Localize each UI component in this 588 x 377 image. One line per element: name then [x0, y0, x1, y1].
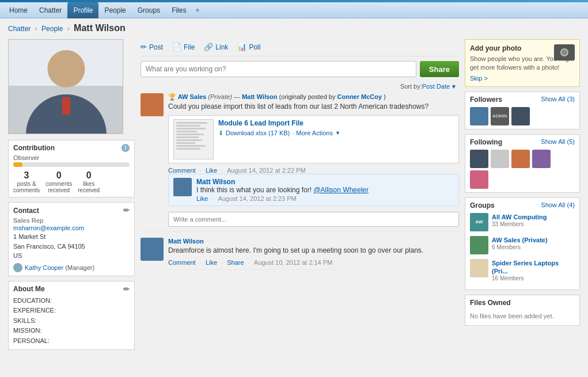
- nav-plus[interactable]: +: [192, 2, 203, 18]
- following-title: Following Show All (5): [470, 138, 575, 146]
- skip-link[interactable]: Skip >: [470, 75, 575, 82]
- nav-groups[interactable]: Groups: [132, 2, 166, 18]
- group-item-1: AW All AW Computing 33 Members: [470, 213, 575, 231]
- comment-link-2[interactable]: Comment: [168, 259, 196, 266]
- feed-author-link-2[interactable]: Matt Wilson: [168, 238, 204, 245]
- stat-likes: 0 likesreceived: [78, 170, 100, 193]
- post-input[interactable]: [141, 61, 416, 77]
- file-actions: ⬇ Download xlsx (17 KB) · More Actions ▼: [218, 130, 454, 137]
- sort-dropdown-arrow[interactable]: ▼: [451, 83, 457, 90]
- nav-chatter[interactable]: Chatter: [33, 2, 67, 18]
- breadcrumb-sep2: ›: [67, 25, 70, 33]
- like-link-1[interactable]: Like: [206, 167, 217, 174]
- nav-home[interactable]: Home: [3, 2, 33, 18]
- more-actions-button[interactable]: More Actions: [296, 130, 333, 136]
- reply-like-link[interactable]: Like: [196, 195, 208, 202]
- feed-item-2: Matt Wilson Dreamforce is almost here. I…: [141, 238, 459, 270]
- following-avatar-2: [491, 150, 509, 168]
- contact-title: Contact ✏: [13, 206, 130, 215]
- followers-title: Followers Show All (3): [470, 96, 575, 104]
- download-link[interactable]: Download xlsx (17 KB): [226, 130, 290, 136]
- breadcrumb: Chatter › People › Matt Wilson: [0, 18, 588, 36]
- center-content: ✏ Post 📄 File 🔗 Link 📊 Poll Share Sort b…: [141, 39, 459, 355]
- post-input-row: Share: [141, 61, 459, 77]
- sort-label: Sort by:: [400, 83, 422, 90]
- tab-post[interactable]: ✏ Post: [141, 43, 163, 51]
- following-show-all[interactable]: Show All (5): [541, 138, 575, 146]
- more-actions-caret[interactable]: ▼: [335, 130, 340, 136]
- feed-body-2: Matt Wilson Dreamforce is almost here. I…: [168, 238, 459, 266]
- inline-reply-1: Matt Wilson I think this is what you are…: [168, 174, 459, 206]
- sort-value[interactable]: Post Date: [422, 83, 450, 90]
- reply-body: Matt Wilson I think this is what you are…: [196, 178, 454, 202]
- reply-author-link[interactable]: Matt Wilson: [196, 178, 235, 186]
- nav-profile[interactable]: Profile: [67, 2, 98, 18]
- tab-file[interactable]: 📄 File: [172, 43, 195, 51]
- contribution-section: Contribution i Observer 3 posts &comment…: [8, 140, 135, 197]
- file-info: Module 6 Lead Import File ⬇ Download xls…: [218, 119, 454, 137]
- feed-avatar-img-1: [141, 93, 164, 116]
- following-avatar-1: [470, 150, 488, 168]
- contribution-title: Contribution i: [13, 144, 130, 152]
- post-tabs: ✏ Post 📄 File 🔗 Link 📊 Poll: [141, 39, 459, 56]
- nav-people[interactable]: People: [98, 2, 131, 18]
- contact-email[interactable]: msharron@example.com: [13, 224, 84, 231]
- sort-row: Sort by: Post Date ▼: [141, 83, 459, 90]
- feed-posted-by-1[interactable]: Matt Wilson: [242, 93, 278, 100]
- contact-edit-icon[interactable]: ✏: [123, 206, 130, 215]
- feed-item-1: 🏆 AW Sales (Private) — Matt Wilson (orig…: [141, 93, 459, 232]
- about-me-edit-icon[interactable]: ✏: [123, 285, 130, 294]
- group-name-1[interactable]: All AW Computing: [492, 214, 547, 220]
- file-name-link[interactable]: Module 6 Lead Import File: [218, 119, 304, 127]
- contact-section: Contact ✏ Sales Rep msharron@example.com…: [8, 202, 135, 276]
- follower-avatar-3: [511, 107, 530, 125]
- feed-body-1: 🏆 AW Sales (Private) — Matt Wilson (orig…: [168, 93, 459, 228]
- nav-files[interactable]: Files: [166, 2, 192, 18]
- follower-avatar-1: [470, 107, 488, 125]
- top-nav: Home Chatter Profile People Groups Files…: [0, 2, 588, 18]
- breadcrumb-people[interactable]: People: [41, 25, 63, 33]
- about-me-content: EDUCATION:EXPERIENCE:SKILLS:MISSION:PERS…: [13, 296, 130, 346]
- profile-photo: [8, 39, 123, 134]
- reply-avatar: [173, 178, 192, 196]
- file-attachment: Module 6 Lead Import File ⬇ Download xls…: [168, 115, 459, 163]
- manager-link[interactable]: Kathy Cooper (Manager): [25, 264, 94, 271]
- reply-mention-link[interactable]: @Allison Wheeler: [313, 186, 369, 194]
- group-icon-1: AW: [470, 213, 488, 231]
- contribution-info-icon[interactable]: i: [122, 144, 130, 152]
- group-name-2[interactable]: AW Sales (Private): [492, 237, 548, 243]
- breadcrumb-chatter[interactable]: Chatter: [8, 25, 31, 33]
- groups-title: Groups Show All (4): [470, 201, 575, 210]
- share-link-2[interactable]: Share: [227, 259, 244, 266]
- group-icon-2: [470, 236, 488, 254]
- groups-section: Groups Show All (4) AW All AW Computing …: [465, 197, 580, 290]
- camera-lens: [560, 48, 568, 56]
- feed-avatar-img-2: [141, 238, 164, 261]
- about-me-title: About Me ✏: [13, 285, 130, 294]
- groups-show-all[interactable]: Show All (4): [541, 201, 575, 210]
- stat-posts: 3 posts &comments: [13, 170, 40, 193]
- contribution-label: Observer: [13, 154, 130, 161]
- group-item-3: Spider Series Laptops (Pri... 16 Members: [470, 259, 575, 281]
- share-button[interactable]: Share: [420, 61, 459, 77]
- follower-avatar-2: ADMIN: [491, 107, 509, 125]
- sales-rep-label: Sales Rep: [13, 217, 130, 224]
- poll-icon: 📊: [237, 43, 246, 51]
- feed-header-1: 🏆 AW Sales (Private) — Matt Wilson (orig…: [168, 93, 459, 101]
- tab-link[interactable]: 🔗 Link: [204, 43, 228, 51]
- file-icon: 📄: [172, 43, 181, 51]
- orig-poster-link[interactable]: Conner McCoy: [337, 93, 382, 100]
- link-icon: 🔗: [204, 43, 213, 51]
- group-icon-3: [470, 259, 488, 277]
- comment-link-1[interactable]: Comment: [168, 167, 196, 174]
- group-members-1: 33 Members: [492, 221, 575, 227]
- manager-row: Kathy Cooper (Manager): [13, 263, 130, 272]
- tab-poll[interactable]: 📊 Poll: [237, 43, 260, 51]
- like-link-2[interactable]: Like: [206, 259, 217, 266]
- breadcrumb-sep1: ›: [35, 25, 37, 33]
- following-avatar-4: [532, 150, 551, 168]
- group-name-3[interactable]: Spider Series Laptops (Pri...: [492, 260, 559, 275]
- comment-input-1[interactable]: [168, 212, 459, 227]
- feed-author-link-1[interactable]: 🏆 AW Sales: [168, 93, 206, 100]
- followers-show-all[interactable]: Show All (3): [541, 96, 575, 104]
